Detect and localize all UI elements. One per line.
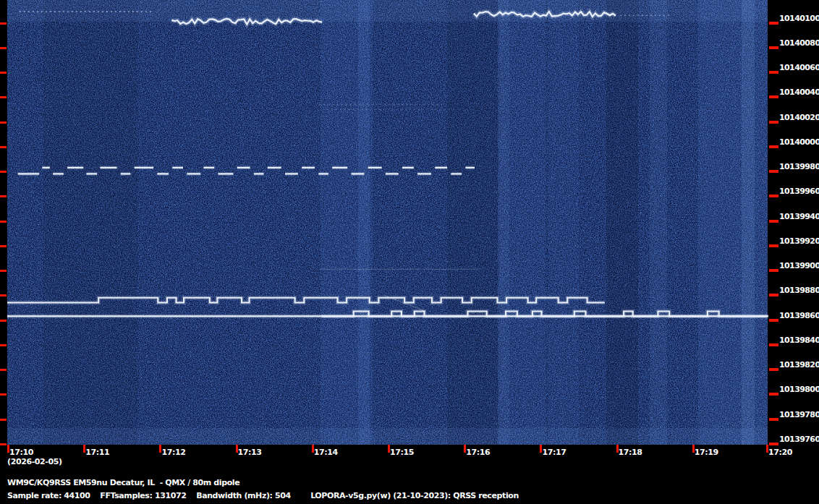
frequency-axis-panel <box>768 0 819 504</box>
station-caption: WM9C/KQ9RSS EM59nu Decatur, IL - QMX / 8… <box>7 478 239 487</box>
dfcw-step-trace-lower <box>321 312 766 317</box>
signal-traces <box>0 0 819 504</box>
settings-caption: Sample rate: 44100 FFTsamples: 131072 Ba… <box>7 491 519 500</box>
date-label: (2026-02-05) <box>7 457 62 466</box>
lopora-grabber-window: 1014010010140080101400601014004010140020… <box>0 0 819 504</box>
left-axis-margin <box>0 0 7 445</box>
